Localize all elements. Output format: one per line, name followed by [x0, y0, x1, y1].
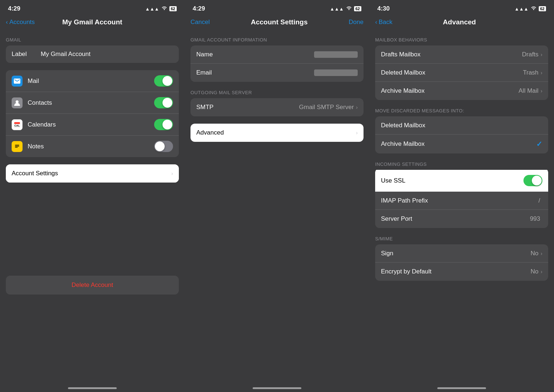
encrypt-value: No: [531, 268, 539, 275]
home-indicator-3: [437, 387, 486, 389]
back-button-3[interactable]: ‹ Back: [375, 19, 392, 26]
smtp-row[interactable]: SMTP Gmail SMTP Server ›: [190, 98, 364, 116]
calendars-label: Calendars: [28, 121, 154, 128]
signal-icon-2: ▲▲▲: [330, 6, 344, 12]
outgoing-mail-list: SMTP Gmail SMTP Server ›: [190, 98, 364, 116]
calendars-row[interactable]: CAL Calendars: [6, 114, 179, 136]
time-1: 4:29: [8, 5, 20, 12]
services-list: Mail Contacts CAL Calendars Notes: [6, 70, 179, 157]
done-button[interactable]: Done: [349, 19, 364, 26]
calendars-icon: CAL: [12, 119, 23, 130]
wifi-icon-1: [161, 6, 167, 12]
deleted-mailbox-row[interactable]: Deleted Mailbox Trash ›: [375, 64, 548, 82]
smtp-value: Gmail SMTP Server: [299, 104, 354, 111]
contacts-row[interactable]: Contacts: [6, 92, 179, 114]
svg-rect-2: [14, 122, 20, 124]
page-title-3: Advanced: [443, 18, 476, 26]
name-row: Name: [190, 45, 364, 64]
sign-value: No: [531, 250, 539, 257]
mailbox-behaviors-list: Drafts Mailbox Drafts › Deleted Mailbox …: [375, 45, 548, 100]
deleted-discard-label: Deleted Mailbox: [381, 122, 542, 129]
archive-discard-row[interactable]: Archive Mailbox ✓: [375, 135, 548, 153]
svg-rect-4: [14, 144, 20, 149]
encrypt-row[interactable]: Encrypt by Default No ›: [375, 263, 548, 281]
notes-toggle[interactable]: [154, 141, 173, 152]
drafts-chevron: ›: [541, 52, 542, 57]
status-icons-1: ▲▲▲ 62: [145, 6, 177, 12]
contacts-label: Contacts: [28, 99, 154, 107]
panel-3: 4:30 ▲▲▲ 62 ‹ Back Advanced MAILBOX BEHA…: [369, 0, 554, 392]
archive-mailbox-value: All Mail: [519, 87, 539, 95]
drafts-mailbox-row[interactable]: Drafts Mailbox Drafts ›: [375, 45, 548, 64]
imap-value: /: [538, 197, 540, 204]
email-value: [314, 69, 358, 76]
account-info-list: Name Email: [190, 45, 364, 82]
battery-icon-3: 62: [539, 6, 546, 11]
section-label-incoming: INCOMING SETTINGS: [369, 159, 554, 168]
section-label-discarded: MOVE DISCARDED MESSAGES INTO:: [369, 105, 554, 115]
section-label-smime: S/MIME: [369, 233, 554, 243]
calendars-toggle[interactable]: [154, 119, 173, 130]
wifi-icon-3: [531, 6, 537, 12]
mail-row[interactable]: Mail: [6, 70, 179, 92]
section-label-outgoing: OUTGOING MAIL SERVER: [185, 87, 369, 97]
status-icons-2: ▲▲▲ 62: [330, 6, 361, 12]
notes-icon: [12, 141, 23, 152]
discarded-list: Deleted Mailbox Archive Mailbox ✓: [375, 116, 548, 153]
name-value: [314, 51, 358, 58]
name-label: Name: [196, 51, 314, 58]
account-settings-chevron: ›: [171, 171, 173, 176]
svg-text:CAL: CAL: [15, 124, 20, 127]
archive-chevron: ›: [541, 88, 542, 94]
imap-row[interactable]: IMAP Path Prefix /: [375, 192, 548, 210]
drafts-mailbox-value: Drafts: [522, 51, 538, 58]
sign-label: Sign: [381, 250, 531, 257]
section-label-account-info: GMAIL ACCOUNT INFORMATION: [185, 34, 369, 44]
nav-bar-1: ‹ Accounts My Gmail Account: [0, 15, 185, 31]
deleted-discard-row[interactable]: Deleted Mailbox: [375, 116, 548, 135]
mail-icon: [12, 76, 23, 87]
home-indicator-2: [253, 387, 301, 389]
deleted-mailbox-value: Trash: [523, 69, 539, 76]
contacts-icon: [12, 97, 23, 108]
status-icons-3: ▲▲▲ 62: [514, 6, 546, 12]
notes-row[interactable]: Notes: [6, 136, 179, 157]
ssl-toggle[interactable]: [523, 175, 542, 186]
ssl-row[interactable]: Use SSL: [375, 170, 548, 192]
archive-checkmark: ✓: [536, 140, 542, 148]
mail-toggle[interactable]: [154, 75, 173, 87]
archive-mailbox-row[interactable]: Archive Mailbox All Mail ›: [375, 82, 548, 100]
contacts-toggle[interactable]: [154, 97, 173, 108]
encrypt-chevron: ›: [541, 269, 542, 275]
ssl-wrapper: Use SSL IMAP Path Prefix / Server Port 9…: [375, 168, 548, 228]
page-title-2: Account Settings: [251, 18, 308, 26]
back-button-1[interactable]: ‹ Accounts: [6, 19, 35, 26]
signal-icon-1: ▲▲▲: [145, 6, 159, 12]
account-settings-row[interactable]: Account Settings ›: [6, 164, 179, 183]
delete-account-button[interactable]: Delete Account: [6, 276, 179, 295]
advanced-chevron: ›: [356, 130, 358, 136]
archive-discard-label: Archive Mailbox: [381, 140, 536, 148]
panel-2: 4:29 ▲▲▲ 62 Cancel Account Settings Done…: [185, 0, 369, 392]
section-label-mailbox: MAILBOX BEHAVIORS: [369, 34, 554, 44]
time-3: 4:30: [377, 5, 390, 12]
advanced-row[interactable]: Advanced ›: [190, 124, 364, 142]
label-row: Label My Gmail Account: [6, 45, 179, 63]
chevron-left-icon-1: ‹: [6, 19, 8, 26]
email-row: Email: [190, 64, 364, 82]
notes-label: Notes: [28, 143, 154, 150]
smtp-chevron: ›: [356, 104, 358, 110]
account-settings-label: Account Settings: [12, 170, 171, 177]
encrypt-label: Encrypt by Default: [381, 268, 531, 275]
deleted-chevron: ›: [541, 70, 542, 76]
sign-row[interactable]: Sign No ›: [375, 244, 548, 263]
server-port-label: Server Port: [381, 215, 530, 223]
signal-icon-3: ▲▲▲: [514, 6, 529, 12]
battery-icon-1: 62: [169, 6, 177, 11]
wifi-icon-2: [346, 6, 352, 12]
page-title-1: My Gmail Account: [62, 18, 122, 26]
server-port-row: Server Port 993: [375, 210, 548, 228]
time-2: 4:29: [193, 5, 205, 12]
cancel-button[interactable]: Cancel: [190, 19, 210, 26]
panel-1: 4:29 ▲▲▲ 62 ‹ Accounts My Gmail Account …: [0, 0, 185, 392]
